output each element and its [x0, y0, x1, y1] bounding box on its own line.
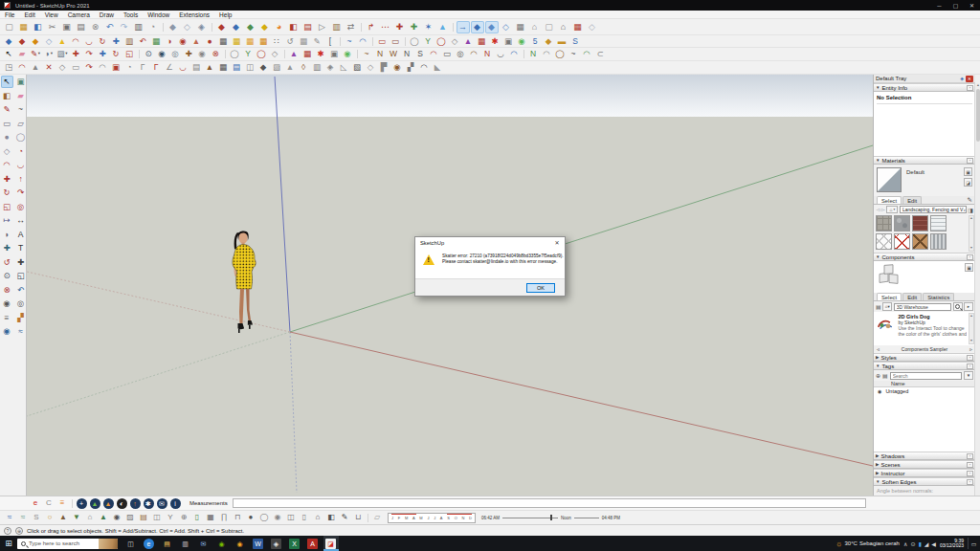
position-camera-tool-icon[interactable]: ◉	[1, 298, 13, 310]
3d-text-tool-icon[interactable]: T	[14, 242, 27, 254]
tool-icon[interactable]: ∠	[164, 62, 176, 73]
detach-icon[interactable]: ▪	[967, 85, 973, 91]
2-point-arc-tool-icon[interactable]: ◡	[14, 159, 27, 171]
tool-icon[interactable]: ▛	[378, 62, 390, 73]
tool-icon[interactable]: [	[324, 36, 337, 47]
tool-icon[interactable]: N	[374, 49, 387, 59]
tool-icon[interactable]: ✚	[408, 21, 421, 33]
shadows-header[interactable]: ▶ Shadows ▪	[874, 452, 975, 460]
tool-icon[interactable]: ◡	[495, 49, 507, 59]
add-tag-folder-icon[interactable]: ▤	[882, 372, 888, 379]
tool-icon[interactable]: N	[401, 49, 413, 59]
tool-icon[interactable]: ⌂	[312, 512, 324, 523]
tool-icon[interactable]: ◑	[164, 36, 176, 47]
help-icon[interactable]: ?	[4, 527, 11, 535]
tool-icon[interactable]: ◈	[324, 62, 337, 73]
text-tool-icon[interactable]: A	[14, 229, 27, 241]
menu-draw[interactable]: Draw	[95, 11, 119, 19]
chevron-up-icon[interactable]: ∧	[903, 540, 907, 547]
tool-icon[interactable]: Y	[422, 36, 434, 47]
tool-icon[interactable]: ◉	[196, 49, 209, 59]
ellipse-tool-icon[interactable]: ◯	[14, 131, 27, 143]
push-pull-tool-icon[interactable]: ↑	[14, 173, 27, 186]
tool-icon[interactable]: ▨	[124, 512, 137, 523]
tray-close-button[interactable]: ✕	[966, 76, 973, 82]
walk-tool-icon[interactable]: ≡	[1, 312, 13, 324]
tool-icon[interactable]: ◆	[3, 36, 15, 47]
tool-icon[interactable]: ◯	[258, 512, 271, 523]
detach-icon[interactable]: ▪	[967, 364, 973, 369]
tool-icon[interactable]: Y	[165, 512, 177, 523]
taskbar-app-file-explorer[interactable]: ▤	[160, 536, 175, 551]
dialog-title-bar[interactable]: SketchUp ✕	[415, 237, 565, 248]
zoom-window-tool-icon[interactable]: ◱	[14, 270, 27, 282]
secondary-pane-button[interactable]: ▣	[965, 263, 973, 272]
follow-me-icon[interactable]: ↷	[83, 49, 96, 59]
tool-icon[interactable]: ◳	[3, 62, 15, 73]
line-icon[interactable]: ✎▾	[30, 49, 42, 59]
network-icon[interactable]: ◢	[924, 540, 929, 547]
freehand-tool-icon[interactable]: ~	[14, 103, 27, 116]
skatter-icon[interactable]: C	[43, 497, 56, 509]
tool-icon[interactable]: ◇	[449, 36, 461, 47]
tool-icon[interactable]: ▣	[328, 49, 341, 59]
ok-button[interactable]: OK	[526, 283, 555, 293]
rotate-icon[interactable]: ↻	[110, 49, 122, 59]
tag-row[interactable]: ◉ Untagged	[874, 387, 975, 395]
tool-icon[interactable]: Y	[242, 49, 255, 59]
detach-icon[interactable]: ▪	[967, 471, 973, 476]
tool-icon[interactable]: ⌂	[528, 21, 542, 33]
material-thumb-wood[interactable]	[912, 233, 928, 250]
tool-icon[interactable]: ◆	[167, 21, 180, 33]
eraser-tool-icon[interactable]: ▰	[14, 90, 27, 102]
tool-icon[interactable]: ◠	[541, 49, 553, 59]
tool-icon[interactable]: ◉	[391, 62, 404, 73]
instructor-header[interactable]: ▶ Instructor ▪	[874, 469, 975, 477]
tags-details-icon[interactable]: ▼	[964, 371, 973, 380]
menu-edit[interactable]: Edit	[19, 11, 39, 19]
notification-center-icon[interactable]: ▭	[968, 538, 977, 549]
paint-bucket-tool-icon[interactable]: ◧	[1, 90, 13, 102]
tool-icon[interactable]: ▲	[436, 21, 450, 33]
water-icon[interactable]: ≈	[4, 512, 16, 523]
create-material-button[interactable]: ◪	[964, 178, 972, 187]
tool-icon[interactable]: →	[457, 21, 470, 33]
tool-icon[interactable]: ◇	[269, 49, 281, 59]
dialog-close-button[interactable]: ✕	[549, 237, 565, 248]
tool-icon[interactable]: ◉	[342, 49, 354, 59]
tool-icon[interactable]: ◔	[123, 62, 136, 73]
shadow-date-slider[interactable]: JFMAMJJASOND	[388, 513, 476, 523]
detach-icon[interactable]: ▪	[967, 158, 973, 164]
tool-icon[interactable]: ◫	[244, 62, 256, 73]
tool-icon[interactable]: ◠	[468, 49, 480, 59]
taskbar-app-green-app[interactable]: ◉	[214, 536, 230, 551]
pie-tool-icon[interactable]: ◔	[14, 145, 27, 158]
zoom-icon[interactable]: ⊙	[143, 49, 155, 59]
detach-icon[interactable]: ▪	[967, 453, 973, 459]
forward-arrow-icon[interactable]: ▻	[881, 207, 885, 212]
scenes-header[interactable]: ▶ Scenes ▪	[874, 460, 975, 469]
tool-icon[interactable]: Γ	[150, 62, 163, 73]
orbit-tool-icon[interactable]: ↺	[1, 256, 13, 269]
menu-help[interactable]: Help	[214, 11, 236, 19]
menu-window[interactable]: Window	[143, 11, 174, 19]
tool-icon[interactable]: S	[569, 36, 582, 47]
tool-icon[interactable]: ◇	[43, 36, 56, 47]
circle-tool-icon[interactable]: ●	[1, 131, 13, 143]
tool-icon[interactable]: ✎	[311, 36, 323, 47]
scale-tool-icon[interactable]: ◱	[1, 201, 13, 213]
line-tool-icon[interactable]: ✎	[1, 103, 13, 116]
tool-icon[interactable]: ⊕	[178, 512, 190, 523]
tool-icon[interactable]: ◠	[418, 62, 431, 73]
polygon-tool-icon[interactable]: ◇	[1, 145, 13, 158]
tool-icon[interactable]: ⇄	[345, 21, 358, 33]
tool-icon[interactable]: ∷	[271, 36, 283, 47]
tool-icon[interactable]: ▢	[543, 21, 556, 33]
maximize-button[interactable]: ▢	[947, 0, 964, 11]
tool-icon[interactable]: ▯	[191, 512, 204, 523]
tool-icon[interactable]: ◫	[151, 512, 164, 523]
tool-icon[interactable]: ▦	[301, 49, 314, 59]
tool-icon[interactable]: ✎	[339, 512, 351, 523]
material-thumb-siding[interactable]	[930, 215, 947, 231]
info-icon[interactable]: i	[170, 498, 181, 509]
